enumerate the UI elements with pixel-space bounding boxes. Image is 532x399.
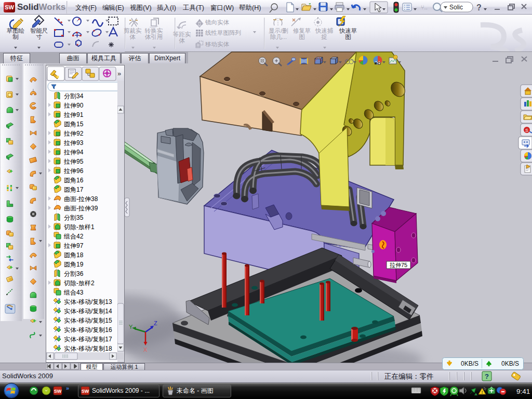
svg-text:9:41: 9:41 bbox=[516, 388, 530, 395]
svg-text:?: ? bbox=[476, 3, 482, 12]
svg-text:Solic: Solic bbox=[449, 4, 463, 11]
svg-text:0KB/S: 0KB/S bbox=[461, 360, 478, 367]
svg-text:拉伸75: 拉伸75 bbox=[390, 262, 407, 268]
svg-text:S: S bbox=[525, 128, 528, 133]
svg-text:SW: SW bbox=[54, 389, 62, 394]
svg-text:0KB/S: 0KB/S bbox=[501, 360, 519, 367]
svg-text:»: » bbox=[66, 385, 69, 391]
svg-text:⑂..: ⑂.. bbox=[421, 4, 428, 10]
svg-text:»: » bbox=[117, 70, 121, 77]
svg-text:Z: Z bbox=[154, 320, 157, 326]
svg-text:Y: Y bbox=[129, 324, 133, 330]
svg-text:X: X bbox=[143, 347, 148, 353]
svg-text:!: ! bbox=[482, 390, 483, 395]
svg-text:SW: SW bbox=[82, 389, 89, 394]
svg-text:?: ? bbox=[485, 373, 489, 380]
